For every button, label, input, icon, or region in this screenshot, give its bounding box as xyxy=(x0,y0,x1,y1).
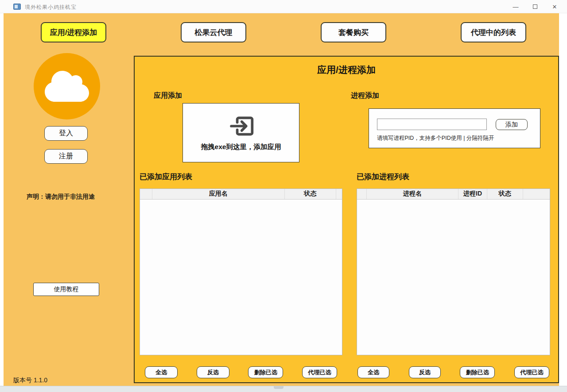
process-list-col-check xyxy=(357,189,367,199)
window-controls: — ✕ xyxy=(506,0,564,13)
process-list-col-extra xyxy=(523,189,550,199)
process-add-label: 进程添加 xyxy=(351,91,379,100)
process-invert-selection-button[interactable]: 反选 xyxy=(409,366,441,378)
app-proxy-selected-button[interactable]: 代理已选 xyxy=(302,366,337,378)
process-list-col-pid: 进程ID xyxy=(458,189,487,199)
disclaimer-text: 声明：请勿用于非法用途 xyxy=(27,193,95,201)
dropzone-text: 拖拽exe到这里，添加应用 xyxy=(201,142,281,152)
process-list-header-row: 进程名 进程ID 状态 xyxy=(357,189,550,199)
process-delete-selected-button[interactable]: 删除已选 xyxy=(460,366,495,378)
maximize-button[interactable] xyxy=(525,0,545,13)
process-list-col-name: 进程名 xyxy=(367,189,458,199)
cloud-icon xyxy=(45,69,89,104)
app-list-header-row: 应用名 状态 xyxy=(140,189,342,199)
process-list[interactable]: 进程名 进程ID 状态 xyxy=(357,188,550,355)
minimize-button[interactable]: — xyxy=(506,0,525,13)
app-select-all-button[interactable]: 全选 xyxy=(145,366,178,378)
app-list-col-extra xyxy=(336,189,342,199)
desktop-notch xyxy=(274,386,284,389)
nav-cloud-proxy[interactable]: 松果云代理 xyxy=(181,22,246,42)
app-list-table: 应用名 状态 xyxy=(140,189,342,200)
app-body: 应用/进程添加 松果云代理 套餐购买 代理中的列表 登入 注册 声明：请勿用于非… xyxy=(4,13,559,386)
maximize-icon xyxy=(533,4,537,9)
login-button[interactable]: 登入 xyxy=(44,126,88,141)
desktop-bottom-strip xyxy=(0,386,567,392)
desktop: 境外松果小鸡挂机宝 — ✕ 应用/进程添加 松果云代理 套餐购买 代理中的列表 … xyxy=(0,0,567,392)
process-list-col-status: 状态 xyxy=(487,189,523,199)
add-pid-button[interactable]: 添加 xyxy=(496,119,528,130)
exe-dropzone[interactable]: 拖拽exe到这里，添加应用 xyxy=(183,103,299,162)
tutorial-button[interactable]: 使用教程 xyxy=(33,283,99,296)
pid-hint-text: 请填写进程PID，支持多个PID使用 | 分隔符隔开 xyxy=(377,135,494,142)
app-list-col-check xyxy=(140,189,152,199)
titlebar: 境外松果小鸡挂机宝 — ✕ xyxy=(0,0,567,13)
nav-plan-purchase[interactable]: 套餐购买 xyxy=(321,22,386,42)
panel-title: 应用/进程添加 xyxy=(135,64,558,76)
app-delete-selected-button[interactable]: 删除已选 xyxy=(248,366,283,378)
app-list-title: 已添加应用列表 xyxy=(140,172,192,182)
app-list[interactable]: 应用名 状态 xyxy=(140,188,342,355)
nav-proxied-list[interactable]: 代理中的列表 xyxy=(461,22,526,42)
process-list-table: 进程名 进程ID 状态 xyxy=(357,189,550,200)
nav-app-process-add[interactable]: 应用/进程添加 xyxy=(41,22,106,42)
version-label: 版本号 1.1.0 xyxy=(13,377,47,384)
app-list-actions: 全选 反选 删除已选 代理已选 xyxy=(140,366,342,378)
app-window-icon xyxy=(13,4,21,10)
app-list-col-name: 应用名 xyxy=(152,189,284,199)
close-button[interactable]: ✕ xyxy=(545,0,564,13)
process-add-box: 添加 请填写进程PID，支持多个PID使用 | 分隔符隔开 xyxy=(369,108,540,148)
app-add-label: 应用添加 xyxy=(154,91,182,100)
process-proxy-selected-button[interactable]: 代理已选 xyxy=(514,366,549,378)
window-title: 境外松果小鸡挂机宝 xyxy=(25,4,77,11)
app-logo xyxy=(34,53,100,119)
process-select-all-button[interactable]: 全选 xyxy=(357,366,389,378)
box-arrow-in-right-icon xyxy=(228,114,254,138)
process-list-actions: 全选 反选 删除已选 代理已选 xyxy=(357,366,550,378)
app-list-col-status: 状态 xyxy=(284,189,336,199)
register-button[interactable]: 注册 xyxy=(44,149,88,164)
main-panel: 应用/进程添加 应用添加 拖拽exe到这里，添加应用 进程添加 添加 请填写进程… xyxy=(134,56,559,383)
app-invert-selection-button[interactable]: 反选 xyxy=(197,366,229,378)
process-list-title: 已添加进程列表 xyxy=(357,172,409,182)
pid-input[interactable] xyxy=(377,119,487,130)
